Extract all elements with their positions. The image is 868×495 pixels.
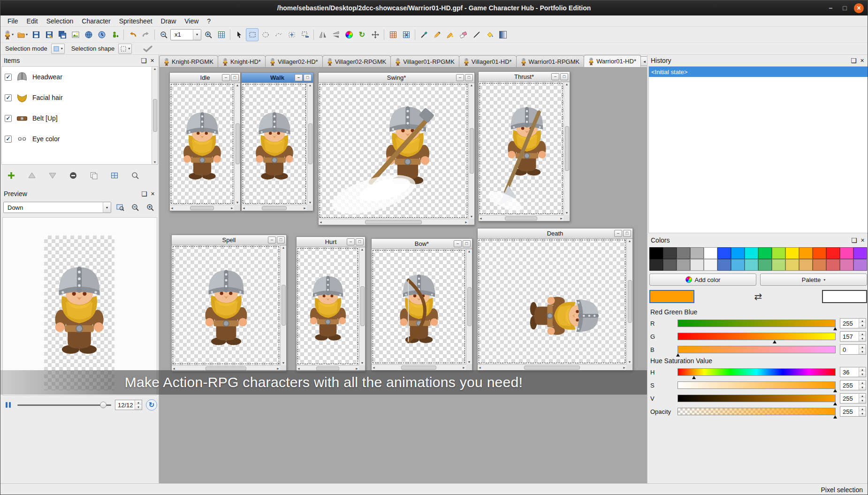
- sprite-canvas[interactable]: [372, 249, 466, 364]
- move-item-up-button[interactable]: [24, 169, 40, 182]
- palette-swatch[interactable]: [677, 259, 690, 271]
- open-file-button[interactable]: [15, 28, 29, 41]
- maximize-subwindow-button[interactable]: □: [231, 74, 239, 81]
- rotate-tool-button[interactable]: ↻: [356, 28, 368, 41]
- sprite-canvas[interactable]: [479, 82, 563, 215]
- item-row-eye-color[interactable]: ✓ Eye color: [2, 129, 158, 149]
- palette-swatch[interactable]: [717, 259, 731, 271]
- sprite-canvas[interactable]: [319, 83, 468, 219]
- float-panel-icon[interactable]: ❏: [141, 58, 147, 64]
- add-item-button[interactable]: [3, 169, 19, 182]
- value-channel-slider[interactable]: [678, 395, 836, 402]
- palette-swatch[interactable]: [745, 259, 758, 271]
- horizontal-scrollbar[interactable]: [478, 364, 626, 370]
- horizontal-scrollbar[interactable]: [372, 364, 466, 370]
- menu-spritesheet[interactable]: Spritesheet: [115, 16, 157, 26]
- minimize-subwindow-button[interactable]: –: [347, 238, 355, 245]
- menu-character[interactable]: Character: [77, 16, 114, 26]
- preview-detach-button[interactable]: [114, 201, 126, 214]
- tab-warrior01-hd[interactable]: Warrior01-HD*: [584, 55, 641, 67]
- minimize-subwindow-button[interactable]: –: [295, 74, 303, 81]
- move-selection-tool-button[interactable]: [285, 28, 298, 41]
- item-row-headwear[interactable]: ✓ Headwear: [2, 67, 158, 87]
- palette-swatch[interactable]: [731, 259, 745, 271]
- history-list[interactable]: <Initial state>: [648, 66, 868, 233]
- animation-window-bow[interactable]: Bow* –□: [371, 238, 472, 371]
- save-button[interactable]: [30, 28, 42, 41]
- palette-swatch[interactable]: [649, 259, 663, 271]
- palette-swatch[interactable]: [663, 247, 677, 259]
- animation-window-walk[interactable]: Walk –□: [241, 72, 313, 211]
- red-channel-spinner[interactable]: 255: [840, 318, 866, 328]
- tab-knight-hd[interactable]: Knight-HD*: [218, 55, 266, 67]
- spin-up-icon[interactable]: [135, 400, 142, 405]
- slider-marker[interactable]: [773, 340, 777, 343]
- item-row-belt[interactable]: ✓ Belt [Up]: [2, 108, 158, 129]
- maximize-subwindow-button[interactable]: □: [465, 74, 473, 81]
- palette-swatch[interactable]: [785, 259, 799, 271]
- line-tool-button[interactable]: [470, 28, 483, 41]
- palette-swatch[interactable]: [853, 259, 867, 271]
- close-panel-icon[interactable]: ×: [859, 58, 865, 64]
- frame-counter-spinner[interactable]: 12/12: [115, 400, 142, 410]
- palette-swatch[interactable]: [690, 259, 704, 271]
- palette-swatch[interactable]: [717, 247, 731, 259]
- facial-hair-checkbox[interactable]: ✓: [5, 94, 12, 101]
- secondary-color-swatch[interactable]: [822, 290, 867, 303]
- new-character-button[interactable]: [2, 28, 15, 41]
- float-panel-icon[interactable]: ❏: [141, 191, 147, 197]
- sprite-canvas[interactable]: [242, 83, 307, 205]
- slider-marker[interactable]: [833, 389, 837, 392]
- green-channel-spinner[interactable]: 157: [840, 331, 866, 342]
- gradient-tool-button[interactable]: [496, 28, 509, 41]
- vertical-scrollbar[interactable]: [280, 245, 286, 365]
- scrollbar-thumb[interactable]: [153, 99, 157, 132]
- hue-channel-spinner[interactable]: 36: [840, 367, 866, 377]
- tab-knight-rpgmk[interactable]: Knight-RPGMK: [159, 55, 218, 67]
- item-search-button[interactable]: [127, 169, 143, 182]
- pencil-tool-button[interactable]: [431, 28, 443, 41]
- saturation-channel-slider[interactable]: [678, 381, 836, 389]
- import-character-button[interactable]: [108, 28, 121, 41]
- subtract-selection-tool-button[interactable]: [298, 28, 311, 41]
- zoom-level-combo[interactable]: x1: [170, 29, 201, 40]
- animation-window-death[interactable]: Death –□: [477, 228, 633, 371]
- belt-checkbox[interactable]: ✓: [5, 115, 12, 122]
- palette-swatch[interactable]: [704, 247, 717, 259]
- close-panel-icon[interactable]: ×: [149, 58, 155, 64]
- sprite-canvas[interactable]: [170, 83, 234, 205]
- headwear-checkbox[interactable]: ✓: [5, 74, 12, 81]
- selection-mode-combo[interactable]: [51, 44, 65, 54]
- freehand-select-tool-button[interactable]: [272, 28, 285, 41]
- palette-swatch[interactable]: [785, 247, 799, 259]
- palette-swatch[interactable]: [772, 247, 785, 259]
- duplicate-item-button[interactable]: [86, 169, 102, 182]
- antialias-toggle-button[interactable]: [141, 42, 154, 55]
- recent-files-button[interactable]: [95, 28, 108, 41]
- palette-swatch[interactable]: [840, 247, 853, 259]
- save-as-button[interactable]: [43, 28, 55, 41]
- animation-window-hurt[interactable]: Hurt –□: [296, 236, 365, 372]
- slider-marker[interactable]: [833, 415, 837, 419]
- frame-slider[interactable]: [17, 399, 111, 411]
- rect-select-tool-button[interactable]: [246, 28, 259, 41]
- item-spritesheet-button[interactable]: [107, 169, 122, 182]
- palette-swatch[interactable]: [758, 259, 772, 271]
- minimize-subwindow-button[interactable]: –: [268, 236, 276, 244]
- maximize-subwindow-button[interactable]: □: [463, 240, 471, 247]
- hue-channel-slider[interactable]: [678, 368, 836, 376]
- spritesheet-export-button[interactable]: [387, 28, 399, 41]
- spritesheet-import-button[interactable]: [400, 28, 412, 41]
- flip-horizontal-button[interactable]: [316, 28, 329, 41]
- palette-menu-button[interactable]: Palette: [760, 274, 867, 286]
- minimize-subwindow-button[interactable]: –: [614, 230, 622, 237]
- preview-zoom-out-button[interactable]: [129, 201, 141, 214]
- palette-swatch[interactable]: [799, 259, 813, 271]
- maximize-button[interactable]: □: [840, 3, 850, 13]
- vertical-scrollbar[interactable]: [626, 239, 632, 364]
- palette-swatch[interactable]: [813, 259, 826, 271]
- preview-direction-combo[interactable]: Down: [3, 202, 111, 213]
- palette-swatch[interactable]: [813, 247, 826, 259]
- selection-shape-combo[interactable]: [118, 44, 132, 54]
- palette-swatch[interactable]: [826, 247, 840, 259]
